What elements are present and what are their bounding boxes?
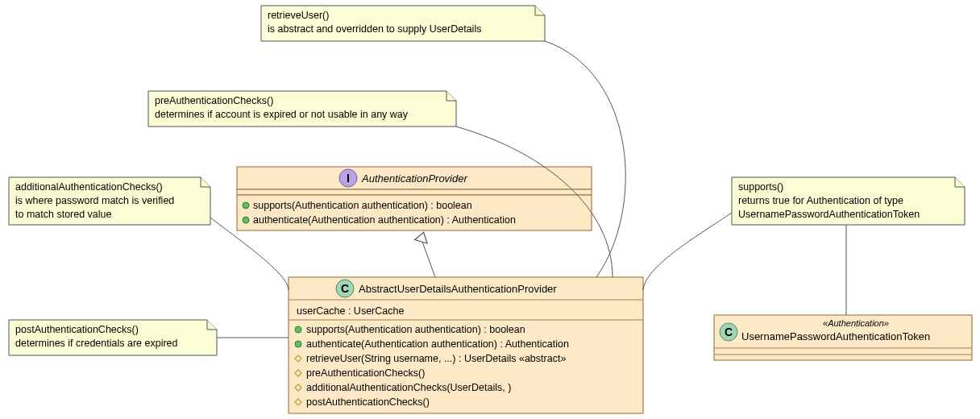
note-text: postAuthenticationChecks() <box>15 324 139 335</box>
member: additionalAuthenticationChecks(UserDetai… <box>306 382 511 393</box>
stereotype: «Authentication» <box>823 318 889 328</box>
member: authenticate(Authentication authenticati… <box>306 338 569 350</box>
note-text: is where password match is verified <box>15 195 174 206</box>
public-icon <box>243 217 249 223</box>
class-title: AuthenticationProvider <box>361 172 467 185</box>
realization-link <box>422 242 435 277</box>
note-text: preAuthenticationChecks() <box>155 95 273 106</box>
field: userCache : UserCache <box>297 305 404 317</box>
note-pre-auth: preAuthenticationChecks() determines if … <box>148 91 456 127</box>
note-additional-auth: additionalAuthenticationChecks() is wher… <box>9 177 210 225</box>
note-supports: supports() returns true for Authenticati… <box>732 177 965 225</box>
note-link <box>545 41 625 277</box>
member: preAuthenticationChecks() <box>306 367 425 379</box>
class-title: AbstractUserDetailsAuthenticationProvide… <box>359 283 557 295</box>
class-username-password-token: C «Authentication» UsernamePasswordAuthe… <box>714 315 972 360</box>
note-retrieve-user: retrieveUser() is abstract and overridde… <box>261 6 545 41</box>
svg-text:C: C <box>341 282 349 295</box>
note-text: supports() <box>738 181 783 193</box>
member: postAuthenticationChecks() <box>306 396 430 408</box>
note-link <box>643 213 732 290</box>
note-text: determines if credentials are expired <box>15 338 178 349</box>
public-icon <box>243 202 249 209</box>
note-text: returns true for Authentication of type <box>738 195 903 206</box>
note-text: is abstract and overridden to supply Use… <box>268 23 481 35</box>
public-icon <box>295 341 301 347</box>
note-text: to match stored value <box>15 209 112 220</box>
member: supports(Authentication authentication) … <box>306 324 525 335</box>
uml-diagram: retrieveUser() is abstract and overridde… <box>0 0 980 419</box>
svg-text:I: I <box>347 172 350 185</box>
note-text: determines if account is expired or not … <box>155 109 409 120</box>
arrowhead-icon <box>415 230 430 243</box>
class-title: UsernamePasswordAuthenticationToken <box>741 330 930 342</box>
class-abstract-user-details-auth-provider: C AbstractUserDetailsAuthenticationProvi… <box>289 277 643 413</box>
member: supports(Authentication authentication) … <box>253 200 472 211</box>
public-icon <box>295 326 301 333</box>
member: authenticate(Authentication authenticati… <box>253 214 516 226</box>
note-text: retrieveUser() <box>268 10 329 21</box>
svg-text:C: C <box>725 326 733 338</box>
svg-rect-1 <box>237 189 592 195</box>
member: retrieveUser(String username, ...) : Use… <box>306 353 566 364</box>
interface-authentication-provider: I AuthenticationProvider supports(Authen… <box>237 167 592 230</box>
note-text: additionalAuthenticationChecks() <box>15 181 163 193</box>
note-post-auth: postAuthenticationChecks() determines if… <box>9 320 217 355</box>
note-text: UsernamePasswordAuthenticationToken <box>738 209 920 220</box>
